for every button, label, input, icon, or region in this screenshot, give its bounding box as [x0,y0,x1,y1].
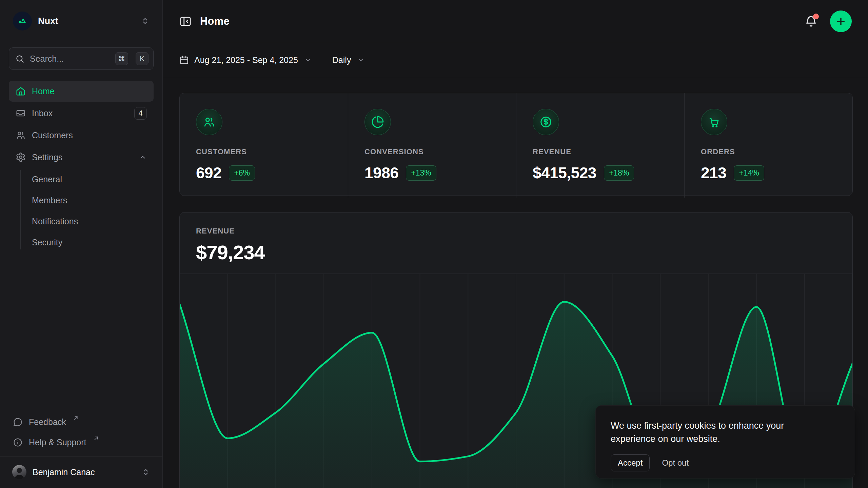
opt-out-button[interactable]: Opt out [662,455,689,471]
feedback-link[interactable]: Feedback [9,412,154,432]
revenue-chart-value: $79,234 [196,241,836,264]
sidebar-nav: Home Inbox 4 Customers [9,81,154,255]
notification-dot [813,14,819,19]
inbox-icon [16,108,26,118]
sidebar-item-customers[interactable]: Customers [9,125,154,146]
revenue-chart-label: REVENUE [196,227,836,236]
message-circle-icon [13,417,23,427]
calendar-icon [179,55,189,65]
date-range-picker[interactable]: Aug 21, 2025 - Sep 4, 2025 [179,55,312,65]
stat-orders[interactable]: ORDERS 213 +14% [684,93,852,198]
stat-label: CUSTOMERS [196,147,332,156]
header-actions [804,11,852,32]
stat-delta-badge: +6% [229,165,255,181]
accept-button[interactable]: Accept [611,454,650,471]
chevrons-up-down-icon [141,17,150,25]
chevron-up-icon [139,153,147,161]
sidebar: Nuxt ⌘ K Home [0,0,163,488]
page-header: Home [163,0,868,43]
kbd-k: K [136,52,149,65]
settings-sub-list: General Members Notifications Security [9,169,154,253]
stat-conversions[interactable]: CONVERSIONS 1986 +13% [348,93,516,198]
avatar [12,465,26,479]
kbd-cmd: ⌘ [115,52,128,65]
filters-toolbar: Aug 21, 2025 - Sep 4, 2025 Daily [163,43,868,77]
granularity-select[interactable]: Daily [332,55,365,65]
brand-name: Nuxt [38,16,58,26]
sidebar-item-label: Settings [32,152,62,162]
sidebar-item-label: Home [32,86,55,96]
chevrons-up-down-icon [141,468,150,476]
stat-customers[interactable]: CUSTOMERS 692 +6% [180,93,348,198]
home-icon [16,86,26,96]
cart-icon [701,109,727,135]
gear-icon [16,152,26,162]
date-range-label: Aug 21, 2025 - Sep 4, 2025 [194,55,298,65]
cookie-banner: We use first-party cookies to enhance yo… [595,405,855,479]
collapse-sidebar-icon[interactable] [179,15,192,28]
users-icon [196,109,222,135]
page-title: Home [200,15,230,27]
granularity-label: Daily [332,55,351,65]
sidebar-spacer [9,255,154,412]
stat-label: CONVERSIONS [364,147,500,156]
sidebar-item-label: Inbox [32,108,53,118]
dollar-circle-icon [533,109,559,135]
sidebar-item-inbox[interactable]: Inbox 4 [9,103,154,124]
cookie-message: We use first-party cookies to enhance yo… [611,419,824,446]
info-circle-icon [13,438,23,447]
stat-delta-badge: +18% [604,165,634,181]
stat-label: REVENUE [533,147,668,156]
user-name: Benjamin Canac [33,467,95,477]
stats-panel: CUSTOMERS 692 +6% CONVERSIONS 1986 +13% [179,93,853,196]
sidebar-item-settings[interactable]: Settings [9,147,154,168]
search-icon [15,54,24,63]
sidebar-item-home[interactable]: Home [9,81,154,102]
pie-chart-icon [364,109,391,135]
sidebar-item-security[interactable]: Security [32,232,154,253]
add-button[interactable] [830,11,852,32]
help-support-label: Help & Support [29,438,86,447]
stat-delta-badge: +14% [734,165,764,181]
plus-icon [835,16,846,27]
external-link-icon [93,435,99,441]
chevron-down-icon [357,56,365,64]
nuxt-logo-icon [13,12,32,30]
stat-delta-badge: +13% [406,165,436,181]
sidebar-item-general[interactable]: General [32,169,154,190]
users-icon [16,130,26,140]
stat-value: 1986 [364,164,398,182]
user-menu[interactable]: Benjamin Canac [9,457,154,488]
search-bar[interactable]: ⌘ K [9,47,154,70]
notifications-button[interactable] [804,15,818,28]
sidebar-item-label: Customers [32,130,73,140]
sidebar-item-notifications[interactable]: Notifications [32,211,154,232]
external-link-icon [73,415,79,421]
stat-value: 213 [701,164,726,182]
stat-value: 692 [196,164,221,182]
inbox-count-badge: 4 [134,107,147,120]
stat-revenue[interactable]: REVENUE $415,523 +18% [516,93,684,198]
team-switcher[interactable]: Nuxt [9,9,154,33]
sidebar-item-members[interactable]: Members [32,190,154,211]
stat-value: $415,523 [533,164,596,182]
help-support-link[interactable]: Help & Support [9,432,154,452]
stat-label: ORDERS [701,147,836,156]
chevron-down-icon [304,56,312,64]
feedback-label: Feedback [29,417,66,427]
search-input[interactable] [30,54,108,64]
